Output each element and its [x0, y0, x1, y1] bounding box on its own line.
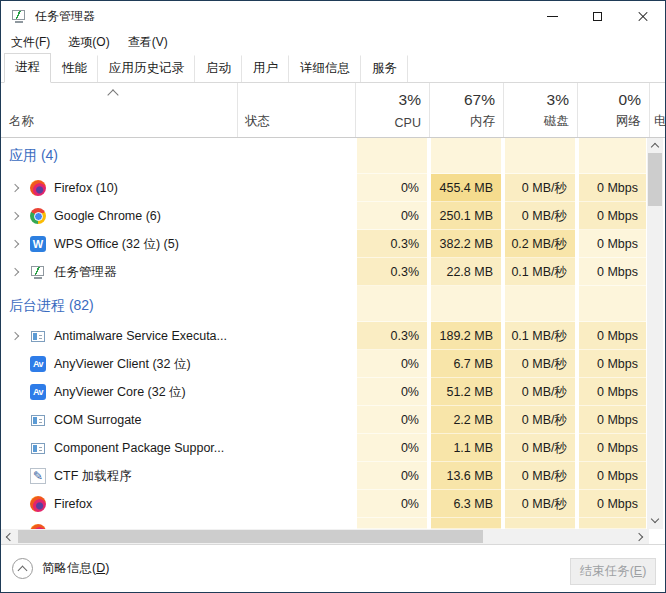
tab-app-history[interactable]: 应用历史记录 — [98, 55, 195, 82]
wps-icon — [30, 236, 46, 252]
scroll-up-icon[interactable] — [647, 138, 663, 154]
minimize-button[interactable] — [530, 1, 575, 31]
process-row-partial[interactable] — [1, 518, 647, 529]
horizontal-scrollbar[interactable] — [1, 529, 649, 544]
process-name: Google Chrome (6) — [54, 202, 161, 230]
process-row[interactable]: 0%1.1 MB0 MB/秒0 MbpsComponent Package Su… — [1, 434, 647, 462]
cell-net: 0 Mbps — [579, 350, 646, 378]
end-task-button[interactable]: 结束任务(E) — [570, 558, 656, 585]
process-row[interactable]: 0%2.2 MB0 MB/秒0 MbpsCOM Surrogate — [1, 406, 647, 434]
cell-mem: 6.3 MB — [431, 490, 501, 518]
cell-cpu: 0% — [357, 434, 427, 462]
expand-chevron-icon[interactable] — [11, 184, 19, 192]
process-row[interactable]: 0%13.6 MB0 MB/秒0 MbpsCTF 加载程序 — [1, 462, 647, 490]
cell-disk: 0.1 MB/秒 — [505, 322, 575, 350]
menu-view[interactable]: 查看(V) — [119, 31, 177, 54]
column-header-cpu[interactable]: 3% CPU — [355, 83, 429, 137]
cell-mem: 13.6 MB — [431, 462, 501, 490]
tab-processes[interactable]: 进程 — [4, 53, 51, 83]
menu-file[interactable]: 文件(F) — [2, 31, 59, 54]
vertical-scrollbar-thumb[interactable] — [648, 153, 662, 206]
vertical-scrollbar[interactable] — [647, 138, 663, 529]
cell-mem: 1.1 MB — [431, 434, 501, 462]
process-row[interactable]: 0%455.4 MB0 MB/秒0 MbpsFirefox (10) — [1, 174, 647, 202]
process-name: WPS Office (32 位) (5) — [54, 230, 179, 258]
task-manager-icon — [11, 8, 27, 24]
column-header-network[interactable]: 0% 网络 — [577, 83, 649, 137]
title-bar[interactable]: 任务管理器 — [1, 1, 665, 31]
footer-bar: 简略信息(D) 结束任务(E) — [1, 544, 665, 592]
column-header-memory[interactable]: 67% 内存 — [429, 83, 503, 137]
cell-mem — [431, 286, 501, 322]
cpu-total-percent: 3% — [399, 91, 421, 109]
cell-cpu: 0.3% — [357, 258, 427, 286]
expand-chevron-icon[interactable] — [11, 212, 19, 220]
process-name: AnyViewer Core (32 位) — [54, 378, 186, 406]
process-name: Firefox — [54, 490, 92, 518]
cell-cpu: 0% — [357, 350, 427, 378]
horizontal-scrollbar-thumb[interactable] — [18, 530, 483, 543]
cell-cpu: 0% — [357, 378, 427, 406]
expand-chevron-icon[interactable] — [11, 268, 19, 276]
maximize-button[interactable] — [575, 1, 620, 31]
menu-options[interactable]: 选项(O) — [59, 31, 118, 54]
cell-cpu: 0% — [357, 202, 427, 230]
cell-cpu: 0% — [357, 174, 427, 202]
tab-strip: 进程 性能 应用历史记录 启动 用户 详细信息 服务 — [1, 53, 665, 83]
process-row[interactable]: 0%6.3 MB0 MB/秒0 MbpsFirefox — [1, 490, 647, 518]
process-row[interactable]: 0%51.2 MB0 MB/秒0 MbpsAnyViewer Core (32 … — [1, 378, 647, 406]
cell-disk — [505, 138, 575, 174]
anyviewer-icon — [30, 384, 46, 400]
column-header-name[interactable]: 名称 — [1, 83, 237, 137]
cell-net — [579, 286, 646, 322]
fewer-details-label: 简略信息(D) — [42, 560, 109, 577]
tab-details[interactable]: 详细信息 — [289, 55, 361, 82]
fewer-details-toggle[interactable]: 简略信息(D) — [12, 558, 109, 579]
chrome-icon — [30, 208, 46, 224]
network-total-percent: 0% — [619, 91, 641, 109]
cell-disk: 0 MB/秒 — [505, 174, 575, 202]
column-header-power-partial[interactable]: 电 — [649, 83, 666, 137]
menu-bar: 文件(F) 选项(O) 查看(V) — [1, 31, 665, 53]
cell-disk: 0 MB/秒 — [505, 462, 575, 490]
column-header-status[interactable]: 状态 — [237, 83, 355, 137]
firefox-icon — [30, 180, 46, 196]
close-button[interactable] — [620, 1, 665, 31]
ctf-icon — [30, 468, 46, 484]
group-header[interactable]: 应用 (4) — [1, 138, 647, 174]
process-name: Component Package Suppor... — [54, 434, 224, 462]
cell-net: 0 Mbps — [579, 434, 646, 462]
cell-net: 0 Mbps — [579, 230, 646, 258]
cell-mem — [431, 138, 501, 174]
column-header-disk[interactable]: 3% 磁盘 — [503, 83, 577, 137]
scroll-left-icon[interactable] — [1, 529, 17, 544]
cell-disk: 0 MB/秒 — [505, 202, 575, 230]
cell-net: 0 Mbps — [579, 378, 646, 406]
taskmgr-icon — [30, 264, 46, 280]
process-row[interactable]: 0%6.7 MB0 MB/秒0 MbpsAnyViewer Client (32… — [1, 350, 647, 378]
disk-total-percent: 3% — [547, 91, 569, 109]
cell-net — [579, 138, 646, 174]
process-name: CTF 加载程序 — [54, 462, 132, 490]
scroll-down-icon[interactable] — [647, 513, 663, 529]
process-row[interactable]: 0.3%189.2 MB0.1 MB/秒0 MbpsAntimalware Se… — [1, 322, 647, 350]
process-name: Antimalware Service Executa... — [54, 322, 227, 350]
tab-startup[interactable]: 启动 — [195, 55, 242, 82]
expand-chevron-icon[interactable] — [11, 332, 19, 340]
process-row[interactable]: 0.3%22.8 MB0.1 MB/秒0 Mbps任务管理器 — [1, 258, 647, 286]
process-row[interactable]: 0.3%382.2 MB0.2 MB/秒0 MbpsWPS Office (32… — [1, 230, 647, 258]
cell-net — [579, 518, 646, 529]
expand-chevron-icon[interactable] — [11, 240, 19, 248]
window-icon — [31, 415, 45, 426]
tab-performance[interactable]: 性能 — [51, 55, 98, 82]
process-row[interactable]: 0%250.1 MB0 MB/秒0 MbpsGoogle Chrome (6) — [1, 202, 647, 230]
scroll-right-icon[interactable] — [633, 529, 649, 544]
window-icon — [31, 331, 45, 342]
cell-net: 0 Mbps — [579, 174, 646, 202]
anyviewer-icon — [30, 356, 46, 372]
cell-cpu: 0% — [357, 490, 427, 518]
tab-services[interactable]: 服务 — [361, 55, 408, 82]
process-name: COM Surrogate — [54, 406, 142, 434]
group-header[interactable]: 后台进程 (82) — [1, 286, 647, 322]
tab-users[interactable]: 用户 — [242, 55, 289, 82]
